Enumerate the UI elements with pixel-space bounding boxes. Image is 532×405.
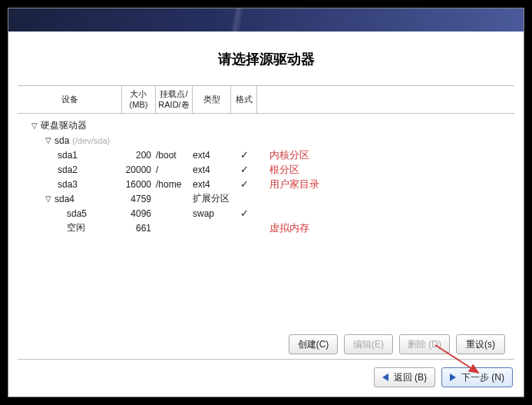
partition-format-check: ✓ — [231, 164, 257, 175]
partition-row[interactable]: ▽ sda4 4759 扩展分区 — [18, 191, 514, 206]
page-title: 请选择源驱动器 — [8, 32, 524, 85]
partition-type: ext4 — [193, 164, 231, 175]
delete-button: 删除 (D) — [399, 334, 450, 354]
partition-size: 16000 — [122, 179, 156, 190]
partition-mount: / — [156, 164, 193, 175]
partition-name: sda5 — [67, 208, 87, 219]
tree-root-row[interactable]: ▽ 硬盘驱动器 — [18, 118, 514, 133]
arrow-right-icon — [450, 373, 456, 381]
partition-table: 设备 大小 (MB) 挂载点/ RAID/卷 类型 格式 ▽ 硬盘驱动器 ▽ s… — [18, 85, 514, 328]
partition-type: swap — [193, 208, 231, 219]
partition-annotation: 虚拟内存 — [257, 221, 309, 235]
partition-annotation: 用户家目录 — [257, 178, 319, 191]
back-button-label: 返回 (B) — [394, 371, 427, 384]
next-button[interactable]: 下一步 (N) — [441, 367, 513, 387]
col-header-type[interactable]: 类型 — [193, 86, 231, 113]
partition-size: 200 — [122, 150, 156, 161]
partition-name: sda4 — [55, 194, 74, 204]
partition-size: 661 — [122, 223, 156, 234]
expand-toggle-icon[interactable]: ▽ — [44, 136, 53, 144]
nav-toolbar: 返回 (B) 下一步 (N) — [8, 360, 524, 397]
installer-dialog: 请选择源驱动器 设备 大小 (MB) 挂载点/ RAID/卷 类型 格式 ▽ 硬… — [8, 8, 524, 397]
partition-tree: ▽ 硬盘驱动器 ▽ sda (/dev/sda) sda1 200 /boot — [18, 114, 514, 235]
partition-annotation: 根分区 — [257, 163, 299, 177]
partition-mount: /boot — [156, 150, 193, 161]
edit-toolbar: 创建(C) 编辑(E) 删除 (D) 重设(s) — [18, 328, 514, 360]
partition-size: 4759 — [122, 194, 156, 204]
partition-row[interactable]: sda1 200 /boot ext4 ✓ 内核分区 — [18, 148, 514, 162]
back-button[interactable]: 返回 (B) — [374, 367, 435, 387]
partition-format-check: ✓ — [231, 207, 257, 219]
tree-sda-row[interactable]: ▽ sda (/dev/sda) — [18, 133, 514, 148]
partition-row[interactable]: sda2 20000 / ext4 ✓ 根分区 — [18, 162, 514, 177]
partition-name: 空闲 — [67, 221, 85, 234]
tree-root-label: 硬盘驱动器 — [41, 119, 87, 132]
partition-row[interactable]: sda3 16000 /home ext4 ✓ 用户家目录 — [18, 177, 514, 191]
partition-size: 4096 — [122, 208, 156, 219]
partition-annotation: 内核分区 — [257, 148, 309, 162]
partition-type: ext4 — [193, 150, 231, 161]
arrow-left-icon — [382, 373, 388, 381]
next-button-label: 下一步 (N) — [461, 371, 504, 384]
col-header-mount[interactable]: 挂载点/ RAID/卷 — [156, 86, 193, 113]
partition-name: sda2 — [58, 164, 78, 175]
col-header-size[interactable]: 大小 (MB) — [122, 86, 156, 113]
partition-row[interactable]: 空闲 661 虚拟内存 — [18, 221, 514, 235]
expand-toggle-icon[interactable]: ▽ — [30, 121, 39, 130]
partition-format-check: ✓ — [231, 149, 257, 161]
partition-name: sda1 — [58, 150, 78, 161]
tree-sda-path: (/dev/sda) — [72, 136, 110, 145]
expand-toggle-icon[interactable]: ▽ — [44, 194, 53, 203]
col-header-device[interactable]: 设备 — [18, 86, 122, 113]
partition-type: 扩展分区 — [193, 192, 231, 205]
col-header-format[interactable]: 格式 — [231, 86, 257, 113]
edit-button: 编辑(E) — [344, 334, 393, 354]
content-area: 请选择源驱动器 设备 大小 (MB) 挂载点/ RAID/卷 类型 格式 ▽ 硬… — [8, 32, 524, 397]
partition-row[interactable]: sda5 4096 swap ✓ — [18, 206, 514, 221]
partition-name: sda3 — [58, 179, 78, 190]
partition-type: ext4 — [193, 179, 231, 190]
tree-sda-label: sda — [55, 135, 69, 146]
partition-size: 20000 — [122, 164, 156, 175]
partition-mount: /home — [156, 179, 193, 190]
reset-button[interactable]: 重设(s) — [456, 334, 505, 354]
header-band — [8, 8, 524, 32]
create-button[interactable]: 创建(C) — [289, 334, 338, 354]
table-header-row: 设备 大小 (MB) 挂载点/ RAID/卷 类型 格式 — [18, 86, 514, 114]
partition-format-check: ✓ — [231, 178, 257, 190]
